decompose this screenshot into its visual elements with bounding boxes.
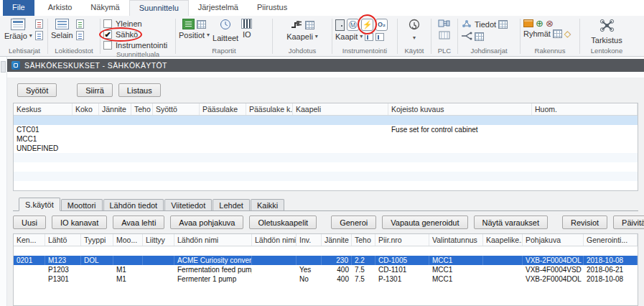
tab-kaikki[interactable]: Kaikki	[251, 199, 284, 210]
tab-arkisto[interactable]: Arkisto	[39, 0, 82, 16]
oletuskaapelit-button[interactable]: Oletuskaapelit	[249, 215, 317, 229]
yleinen-checkbox-box[interactable]	[103, 19, 112, 28]
column-header[interactable]: Pääsulake	[200, 103, 246, 115]
tab-file[interactable]: File	[3, 0, 34, 16]
report-document-icon[interactable]	[35, 19, 43, 29]
eraajo-button[interactable]: Eräajo▾	[4, 19, 32, 40]
tab-jarjestelma[interactable]: Järjestelmä	[189, 0, 248, 16]
io-button[interactable]: IO	[241, 19, 252, 39]
motor-symbol-button[interactable]: Ⓜ	[347, 19, 359, 31]
column-header[interactable]: Huom.	[532, 103, 638, 115]
cable-table-icon[interactable]	[305, 21, 314, 29]
column-header[interactable]: Pääsulake k...	[246, 103, 293, 115]
tab-moottori[interactable]: Moottori	[61, 199, 103, 210]
column-header[interactable]: Lähdön nimi 2	[252, 234, 297, 246]
syotot-button[interactable]: Syötöt	[17, 83, 57, 97]
tab-nakyma[interactable]: Näkymä	[81, 0, 129, 16]
column-header[interactable]: Lähtö	[45, 234, 81, 246]
harness-table-icon[interactable]	[498, 20, 508, 29]
tab-piirustus[interactable]: Piirustus	[248, 0, 297, 16]
avaa-pohjakuva-button[interactable]: Avaa pohjakuva	[170, 215, 243, 229]
column-header[interactable]: Generointi...	[584, 234, 638, 246]
column-header[interactable]: Teho	[352, 234, 375, 246]
vapauta-generoidut-button[interactable]: Vapauta generoidut	[382, 215, 467, 229]
table-row[interactable]: P1301M1Fermenter 1 pumpNo4007.5P-1301MCC…	[14, 274, 638, 284]
plc-module-icon[interactable]	[438, 31, 451, 41]
table-row[interactable]: P1203M1Fermentation feed pumpYes4007.5CD…	[14, 265, 638, 274]
remove-circle-icon[interactable]: ⊗	[546, 19, 554, 28]
rail-handle[interactable]	[1, 61, 6, 73]
wire-harness-icon[interactable]	[461, 32, 472, 42]
table-row-empty[interactable]	[14, 172, 638, 181]
table-row-empty[interactable]	[14, 162, 638, 172]
listaus-button[interactable]: Listaus	[118, 83, 161, 97]
checkbox-sahko[interactable]: ✔ Sähkö	[103, 29, 138, 40]
column-header[interactable]: Lähdön nimi	[174, 234, 252, 246]
checkbox-instrumentointi[interactable]: Instrumentointi	[103, 40, 167, 50]
instrumentointi-checkbox-box[interactable]	[103, 41, 112, 50]
cable-plug-icon[interactable]	[290, 19, 303, 31]
cabinet-icon[interactable]	[335, 19, 345, 31]
table-row-empty[interactable]	[14, 293, 638, 302]
table-row-empty[interactable]	[14, 181, 638, 190]
column-header[interactable]: Teho	[131, 103, 153, 115]
uusi-button[interactable]: Uusi	[13, 215, 46, 229]
building-box-icon[interactable]	[523, 19, 533, 27]
tab-lahdon-tiedot[interactable]: Lähdön tiedot	[103, 199, 164, 210]
column-header[interactable]: Inv.	[297, 234, 322, 246]
add-circle-icon[interactable]: ⊕	[536, 19, 543, 28]
column-header[interactable]: Jännite	[322, 234, 352, 246]
column-header[interactable]: Kaapeli	[293, 103, 388, 115]
kaytot-button[interactable]: ▾	[407, 19, 421, 41]
column-header[interactable]: Jännite	[99, 103, 131, 115]
table-row[interactable]	[14, 246, 638, 256]
log-export-icon[interactable]	[76, 31, 84, 40]
kaapit-button[interactable]: Kaapit▾	[335, 32, 363, 41]
column-header[interactable]: Valintatunnus	[429, 234, 483, 246]
instrument-report-icon[interactable]	[375, 33, 384, 41]
column-header[interactable]: Liittyy	[143, 234, 174, 246]
tab-viitetiedot[interactable]: Viitetiedot	[164, 199, 212, 210]
window-titlebar[interactable]: SÄHKÖKESKUKSET - SÄHKÖKÄYTÖT	[7, 59, 644, 72]
table-row-empty[interactable]	[14, 153, 638, 162]
column-header[interactable]: Piir.nro	[375, 234, 429, 246]
kaapeli-button[interactable]: Kaapeli▾	[286, 32, 318, 41]
table-row[interactable]: MCC1	[14, 134, 638, 144]
plc-pins-icon[interactable]	[438, 19, 451, 29]
column-header[interactable]: Kaapelike...	[483, 234, 523, 246]
table-row[interactable]: CTC01Fuse set for control cabinet	[14, 125, 638, 134]
diamond-icon[interactable]: ◇	[564, 29, 571, 38]
column-header[interactable]: Koko	[73, 103, 99, 115]
io-kanavat-button[interactable]: IO kanavat	[52, 215, 107, 229]
instrument-chart-icon[interactable]	[365, 33, 373, 41]
paivita-kennot-button[interactable]: Päivitä kennot	[613, 215, 644, 229]
tab-lehdet[interactable]: Lehdet	[213, 199, 250, 210]
checkbox-yleinen[interactable]: Yleinen	[103, 19, 142, 29]
oxygen-symbol-button[interactable]: O₂	[375, 19, 388, 31]
generoi-button[interactable]: Generoi	[331, 215, 376, 229]
table-row-empty[interactable]	[14, 284, 638, 293]
column-header[interactable]: Kojeisto kuvaus	[388, 103, 532, 115]
sahko-checkbox-box[interactable]: ✔	[103, 30, 112, 39]
avaa-lehti-button[interactable]: Avaa lehti	[113, 215, 164, 229]
groups-table-icon[interactable]	[553, 29, 562, 38]
column-header[interactable]: Keskus	[14, 103, 73, 115]
tab-skaytot[interactable]: S.käytöt	[19, 198, 60, 211]
tarkistus-button[interactable]: Tarkistus	[591, 19, 622, 45]
ryhmat-button[interactable]: Ryhmät	[523, 29, 551, 38]
siirra-button[interactable]: Siirrä	[77, 83, 113, 97]
table-row[interactable]: 0201M123DOLACME Curiosity converter2302.…	[14, 256, 638, 265]
selain-button[interactable]: Selain	[51, 19, 73, 40]
electrical-symbol-button[interactable]: ⚡	[361, 19, 373, 31]
revisiot-button[interactable]: Revisiot	[562, 215, 607, 229]
nayta-varaukset-button[interactable]: Näytä varaukset	[474, 215, 548, 229]
tab-suunnittelu[interactable]: Suunnittelu	[129, 0, 189, 16]
column-header[interactable]: Syöttö	[153, 103, 200, 115]
column-header[interactable]: Pohjakuva	[523, 234, 584, 246]
harness-list-icon[interactable]	[475, 32, 484, 41]
table-row[interactable]	[14, 116, 638, 125]
positiot-button[interactable]: Positiot▾	[179, 19, 210, 40]
batch-document-icon[interactable]	[35, 31, 43, 40]
log-file-icon[interactable]	[76, 19, 84, 29]
column-header[interactable]: Tyyppi	[81, 234, 113, 246]
